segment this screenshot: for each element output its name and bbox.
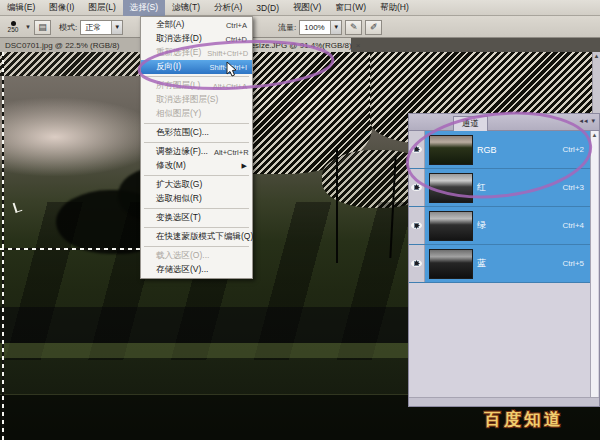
menu-item-9[interactable]: 修改(M)▶ <box>141 159 252 173</box>
tablet-pressure-button[interactable]: ✐ <box>365 20 382 35</box>
menu-item-4[interactable]: 所有图层(L)Alt+Ctrl+A <box>141 79 252 93</box>
document-tab-active[interactable]: resize.JPG @ 91.4%(RGB/8) × <box>243 38 351 52</box>
selection-hatch-texture <box>0 52 146 76</box>
menubar-item-5[interactable]: 分析(A) <box>207 0 249 16</box>
chevron-down-icon[interactable]: ▼ <box>111 21 122 34</box>
panel-scrollbar[interactable]: ▲ <box>590 131 598 397</box>
menu-item-label: 选取相似(R) <box>156 193 202 205</box>
menu-item-label: 所有图层(L) <box>156 80 200 92</box>
menu-item-label: 扩大选取(G) <box>156 179 202 191</box>
panel-menu-icon[interactable]: ▾ <box>591 117 596 124</box>
watermark: 百度知道 <box>484 408 564 431</box>
document-tab-background[interactable]: DSC0701.jpg @ 22.5% (RGB/8) <box>0 38 140 52</box>
menu-item-label: 取消选择(D) <box>156 33 202 45</box>
channel-thumbnail <box>429 249 473 279</box>
channel-shortcut: Ctrl+3 <box>562 183 584 192</box>
menu-item-6[interactable]: 相似图层(Y) <box>141 107 252 121</box>
menu-item-10[interactable]: 扩大选取(G) <box>141 178 252 192</box>
menu-item-label: 在快速蒙版模式下编辑(Q) <box>156 231 253 243</box>
menu-item-shortcut: Ctrl+A <box>226 21 247 30</box>
menu-item-label: 修改(M) <box>156 160 186 172</box>
channel-row-蓝[interactable]: 蓝Ctrl+5 <box>409 245 592 283</box>
channel-row-红[interactable]: 红Ctrl+3 <box>409 169 592 207</box>
eye-icon <box>411 260 422 267</box>
selection-marching-ants <box>0 248 142 250</box>
brush-panel-toggle-button[interactable]: ▤ <box>34 20 51 35</box>
channel-row-rgb[interactable]: RGBCtrl+2 <box>409 131 592 169</box>
brush-size-value: 250 <box>8 27 19 34</box>
menu-item-label: 取消选择图层(S) <box>156 94 218 106</box>
menu-item-label: 相似图层(Y) <box>156 108 201 120</box>
menu-item-1[interactable]: 取消选择(D)Ctrl+D <box>141 32 252 46</box>
menubar-item-3[interactable]: 选择(S) <box>123 0 165 16</box>
tab-channels[interactable]: 通道 <box>453 116 488 131</box>
channel-shortcut: Ctrl+2 <box>562 145 584 154</box>
menu-item-0[interactable]: 全部(A)Ctrl+A <box>141 18 252 32</box>
panel-footer <box>409 397 599 406</box>
document-title: DSC0701.jpg @ 22.5% (RGB/8) <box>5 41 119 50</box>
menubar-item-7[interactable]: 视图(V) <box>286 0 328 16</box>
chevron-down-icon[interactable]: ▼ <box>25 24 31 30</box>
chevron-down-icon[interactable]: ▼ <box>330 21 341 34</box>
mode-label: 模式: <box>59 22 77 33</box>
menu-item-13[interactable]: 在快速蒙版模式下编辑(Q) <box>141 230 252 244</box>
photoshop-window: 编辑(E)图像(I)图层(L)选择(S)滤镜(T)分析(A)3D(D)视图(V)… <box>0 0 600 440</box>
menu-item-7[interactable]: 色彩范围(C)... <box>141 126 252 140</box>
channel-thumbnail <box>429 135 473 165</box>
channels-panel-header: 通道 ◂◂ ▾ <box>409 114 599 131</box>
channel-row-绿[interactable]: 绿Ctrl+4 <box>409 207 592 245</box>
visibility-toggle[interactable] <box>409 131 425 168</box>
menu-separator <box>144 123 249 124</box>
channels-panel: 通道 ◂◂ ▾ RGBCtrl+2红Ctrl+3绿Ctrl+4蓝Ctrl+5 ▲ <box>408 113 600 407</box>
visibility-toggle[interactable] <box>409 207 425 244</box>
menubar-item-8[interactable]: 窗口(W) <box>328 0 373 16</box>
menu-item-11[interactable]: 选取相似(R) <box>141 192 252 206</box>
menubar-item-6[interactable]: 3D(D) <box>249 1 286 15</box>
menu-item-shortcut: Alt+Ctrl+A <box>213 82 247 91</box>
menu-item-2[interactable]: 重新选择(E)Shift+Ctrl+D <box>141 46 252 60</box>
select-menu-dropdown: 全部(A)Ctrl+A取消选择(D)Ctrl+D重新选择(E)Shift+Ctr… <box>140 16 253 279</box>
eye-icon <box>411 222 422 229</box>
flow-select[interactable]: 100% ▼ <box>299 20 342 35</box>
document-tab-bar: DSC0701.jpg @ 22.5% (RGB/8) resize.JPG @… <box>0 38 600 52</box>
menubar-item-2[interactable]: 图层(L) <box>81 0 122 16</box>
menu-item-label: 调整边缘(F)... <box>156 146 208 158</box>
menu-separator <box>144 142 249 143</box>
visibility-toggle[interactable] <box>409 245 425 282</box>
menu-item-shortcut: Ctrl+D <box>226 35 247 44</box>
menubar-item-4[interactable]: 滤镜(T) <box>165 0 207 16</box>
menubar-item-9[interactable]: 帮助(H) <box>373 0 416 16</box>
mode-value: 正常 <box>81 22 111 33</box>
brush-preset-picker[interactable]: 250 <box>4 21 22 34</box>
channel-thumbnail <box>429 173 473 203</box>
menu-item-12[interactable]: 变换选区(T) <box>141 211 252 225</box>
menubar-item-0[interactable]: 编辑(E) <box>0 0 42 16</box>
menu-item-5[interactable]: 取消选择图层(S) <box>141 93 252 107</box>
menu-item-label: 色彩范围(C)... <box>156 127 209 139</box>
menu-separator <box>144 227 249 228</box>
menu-item-15[interactable]: 存储选区(V)... <box>141 263 252 277</box>
flow-label: 流量: <box>278 22 296 33</box>
menubar-item-1[interactable]: 图像(I) <box>42 0 81 16</box>
channel-shortcut: Ctrl+4 <box>562 221 584 230</box>
airbrush-toggle-button[interactable]: ✎ <box>345 20 362 35</box>
visibility-toggle[interactable] <box>409 169 425 206</box>
menu-item-8[interactable]: 调整边缘(F)...Alt+Ctrl+R <box>141 145 252 159</box>
menu-item-label: 载入选区(O)... <box>156 250 209 262</box>
eye-icon <box>411 146 422 153</box>
menu-item-14[interactable]: 载入选区(O)... <box>141 249 252 263</box>
scroll-up-icon[interactable]: ▲ <box>592 132 598 138</box>
close-icon[interactable]: × <box>356 41 361 50</box>
flow-value: 100% <box>300 23 330 32</box>
document-title: resize.JPG @ 91.4%(RGB/8) <box>248 41 352 50</box>
submenu-arrow-icon: ▶ <box>242 162 247 170</box>
menu-item-label: 存储选区(V)... <box>156 264 208 276</box>
menu-item-label: 重新选择(E) <box>156 47 201 59</box>
channel-label: 蓝 <box>477 257 562 270</box>
menu-item-shortcut: Alt+Ctrl+R <box>214 148 249 157</box>
collapse-panel-icon[interactable]: ◂◂ <box>580 117 589 124</box>
channel-label: 红 <box>477 181 562 194</box>
menu-separator <box>144 175 249 176</box>
canvas-scrollbar[interactable]: ▲ <box>592 52 600 113</box>
mode-select[interactable]: 正常 ▼ <box>80 20 123 35</box>
